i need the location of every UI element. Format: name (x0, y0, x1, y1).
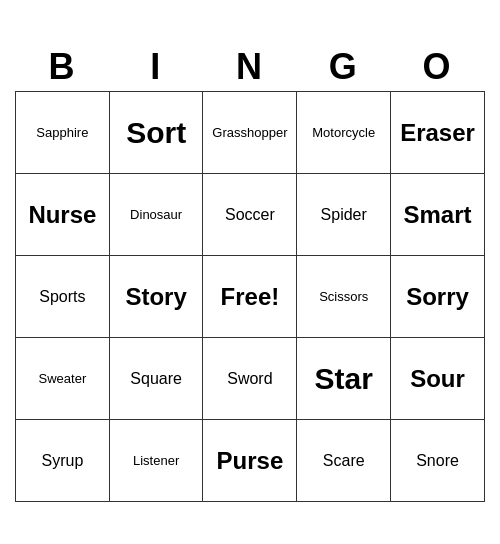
bingo-cell-2-1: Story (109, 256, 203, 338)
bingo-cell-1-0: Nurse (16, 174, 110, 256)
bingo-cell-2-4: Sorry (391, 256, 485, 338)
bingo-cell-1-1: Dinosaur (109, 174, 203, 256)
bingo-cell-3-2: Sword (203, 338, 297, 420)
header-letter-i: I (109, 42, 203, 92)
bingo-cell-3-0: Sweater (16, 338, 110, 420)
bingo-cell-4-3: Scare (297, 420, 391, 502)
bingo-card: BINGO SapphireSortGrasshopperMotorcycleE… (15, 42, 485, 503)
header-letter-o: O (391, 42, 485, 92)
bingo-cell-1-3: Spider (297, 174, 391, 256)
bingo-cell-3-3: Star (297, 338, 391, 420)
bingo-header-row: BINGO (16, 42, 485, 92)
bingo-row-4: SyrupListenerPurseScareSnore (16, 420, 485, 502)
header-letter-n: N (203, 42, 297, 92)
bingo-cell-2-0: Sports (16, 256, 110, 338)
bingo-cell-4-2: Purse (203, 420, 297, 502)
bingo-cell-4-1: Listener (109, 420, 203, 502)
bingo-cell-1-4: Smart (391, 174, 485, 256)
bingo-cell-0-3: Motorcycle (297, 92, 391, 174)
bingo-cell-0-4: Eraser (391, 92, 485, 174)
bingo-cell-3-1: Square (109, 338, 203, 420)
bingo-cell-3-4: Sour (391, 338, 485, 420)
bingo-cell-2-3: Scissors (297, 256, 391, 338)
bingo-cell-4-4: Snore (391, 420, 485, 502)
bingo-row-2: SportsStoryFree!ScissorsSorry (16, 256, 485, 338)
header-letter-b: B (16, 42, 110, 92)
bingo-cell-1-2: Soccer (203, 174, 297, 256)
bingo-cell-0-0: Sapphire (16, 92, 110, 174)
header-letter-g: G (297, 42, 391, 92)
bingo-cell-4-0: Syrup (16, 420, 110, 502)
bingo-row-1: NurseDinosaurSoccerSpiderSmart (16, 174, 485, 256)
bingo-cell-0-1: Sort (109, 92, 203, 174)
bingo-cell-0-2: Grasshopper (203, 92, 297, 174)
bingo-cell-2-2: Free! (203, 256, 297, 338)
bingo-row-0: SapphireSortGrasshopperMotorcycleEraser (16, 92, 485, 174)
bingo-row-3: SweaterSquareSwordStarSour (16, 338, 485, 420)
